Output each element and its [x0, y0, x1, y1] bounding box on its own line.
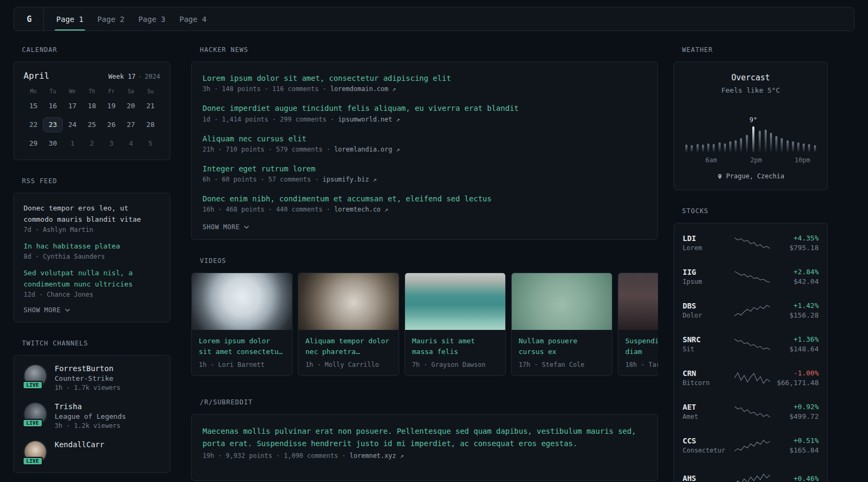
rss-show-more-button[interactable]: SHOW MORE: [24, 306, 160, 314]
video-card[interactable]: Mauris sit amet massa felis 7h · Grayson…: [405, 273, 506, 376]
video-thumbnail[interactable]: [618, 273, 658, 330]
weather-bar: [763, 130, 768, 152]
weather-bar: 9°: [750, 116, 757, 152]
stock-change: +0.51%: [773, 436, 819, 445]
stock-row[interactable]: SNRC Sit +1.36% $148.64: [683, 327, 819, 361]
calendar-widget: CALENDAR April Week 17·2024 MoTuWeThFrSa…: [13, 46, 170, 160]
dashboard: CALENDAR April Week 17·2024 MoTuWeThFrSa…: [0, 31, 868, 482]
stock-row[interactable]: IIG Ipsum +2.84% $42.04: [683, 260, 819, 293]
video-card[interactable]: Nullam posuere cursus ex 17h · Stefan Co…: [511, 273, 612, 376]
rss-item-title[interactable]: Donec tempor eros leo, ut commodo mauris…: [24, 202, 160, 225]
video-title[interactable]: Mauris sit amet massa felis: [412, 336, 498, 357]
rss-item-title[interactable]: In hac habitasse platea: [24, 240, 160, 252]
video-thumbnail[interactable]: [512, 273, 612, 330]
video-card[interactable]: Suspendisse diam 18h · Tara: [618, 273, 658, 376]
video-title[interactable]: Lorem ipsum dolor sit amet consectetu…: [199, 336, 285, 357]
video-card[interactable]: Lorem ipsum dolor sit amet consectetu… 1…: [191, 273, 293, 376]
story-domain-link[interactable]: loremdomain.com ↗: [330, 85, 396, 93]
stock-row[interactable]: LDI Lorem +4.35% $795.18: [683, 226, 819, 260]
page-tabs: Page 1 Page 2 Page 3 Page 4: [49, 7, 213, 31]
stock-values: -1.00% $66,171.48: [773, 369, 819, 387]
story-title[interactable]: Donec imperdiet augue tincidunt felis al…: [203, 103, 647, 114]
story-stats: 6h · 60 points · 57 comments ·: [203, 176, 323, 183]
app-logo[interactable]: G: [27, 7, 44, 31]
post-stats: 19h · 9,932 points · 1,090 comments ·: [203, 452, 350, 460]
post-title[interactable]: Maecenas mollis pulvinar erat non posuer…: [203, 425, 647, 449]
calendar-day-header: Sa: [121, 88, 140, 94]
video-title[interactable]: Aliquam tempor dolor nec pharetra…: [305, 336, 392, 357]
external-link-icon: ↗: [396, 146, 400, 153]
video-thumbnail[interactable]: [405, 273, 505, 330]
story-title[interactable]: Donec enim nibh, condimentum et accumsan…: [203, 193, 647, 204]
hn-story: Aliquam nec cursus elit 21h · 710 points…: [203, 133, 647, 153]
avatar: LIVE: [24, 402, 47, 426]
stock-row[interactable]: AHS +0.46%: [683, 462, 819, 482]
video-card[interactable]: Aliquam tempor dolor nec pharetra… 1h · …: [298, 273, 399, 376]
stock-name: Ipsum: [683, 278, 732, 285]
page-tab[interactable]: Page 2: [91, 7, 132, 31]
story-domain: loremlandia.org: [334, 146, 392, 153]
video-meta: 1h · Lori Barnett: [199, 361, 285, 368]
weather-bar: [779, 138, 784, 152]
weather-card: Overcast Feels like 5°C 9° 6am2pm10pm Pr…: [674, 62, 828, 190]
stock-price: $156.28: [773, 311, 819, 319]
calendar-day: 23: [43, 117, 62, 132]
rss-item-title[interactable]: Sed volutpat nulla nisl, a condimentum n…: [24, 267, 160, 290]
sparkline-chart: [733, 439, 772, 453]
stock-id: AET Amet: [683, 403, 732, 420]
page-tab[interactable]: Page 3: [131, 7, 173, 31]
stock-values: +0.46%: [773, 475, 819, 482]
stock-id: CRN Bitcorn: [683, 369, 732, 387]
twitch-channel[interactable]: LIVE ForrestBurton Counter-Strike 1h · 1…: [24, 364, 160, 391]
video-thumbnail[interactable]: [192, 273, 292, 330]
video-thumbnail[interactable]: [298, 273, 399, 330]
stock-sparkline: [732, 405, 773, 419]
story-domain-link[interactable]: ipsumworld.net ↗: [338, 116, 400, 123]
page-tab[interactable]: Page 1: [49, 7, 91, 31]
videos-widget: VIDEOS Lorem ipsum dolor sit amet consec…: [191, 257, 658, 376]
stock-name: Sit: [683, 345, 732, 353]
stock-values: +2.84% $42.04: [773, 268, 819, 285]
hackernews-show-more-button[interactable]: SHOW MORE: [203, 223, 647, 231]
stock-ticker: IIG: [683, 268, 732, 276]
stock-sparkline: [732, 337, 773, 351]
sparkline-chart: [733, 472, 772, 482]
stock-values: +1.42% $156.28: [773, 302, 819, 319]
video-meta: 18h · Tara: [625, 361, 658, 368]
story-domain: loremtech.co: [334, 206, 381, 213]
story-domain-link[interactable]: ipsumify.biz ↗: [323, 176, 377, 183]
weather-chart: 9°: [683, 103, 819, 152]
video-title[interactable]: Nullam posuere cursus ex: [519, 336, 605, 357]
stock-id: IIG Ipsum: [683, 268, 732, 285]
story-meta: 6h · 60 points · 57 comments · ipsumify.…: [203, 176, 647, 183]
calendar-day: 1: [63, 136, 82, 151]
page-tab[interactable]: Page 4: [173, 7, 214, 31]
subreddit-card: Maecenas mollis pulvinar erat non posuer…: [191, 414, 658, 481]
story-title[interactable]: Aliquam nec cursus elit: [203, 133, 647, 144]
twitch-channel[interactable]: LIVE Trisha League of Legends 3h · 1.2k …: [24, 402, 160, 430]
twitch-channel[interactable]: LIVE KendallCarr: [24, 440, 160, 464]
story-title[interactable]: Integer eget rutrum lorem: [203, 163, 647, 174]
stock-change: +0.46%: [773, 475, 819, 482]
weather-location-text: Prague, Czechia: [726, 172, 784, 180]
stock-row[interactable]: AET Amet +0.92% $499.72: [683, 395, 819, 428]
weather-bar: [806, 144, 812, 152]
calendar-day-header: Su: [141, 88, 160, 94]
stock-row[interactable]: DBS Dolor +1.42% $156.28: [683, 293, 819, 327]
hn-story: Donec imperdiet augue tincidunt felis al…: [203, 103, 647, 123]
story-domain: loremdomain.com: [330, 85, 388, 93]
calendar-day: 19: [102, 99, 121, 114]
channel-name: Trisha: [55, 402, 126, 411]
post-domain-link[interactable]: loremnet.xyz ↗: [350, 452, 404, 460]
calendar-day: 17: [63, 99, 82, 114]
channel-game: Counter-Strike: [55, 374, 121, 382]
stock-id: DBS Dolor: [683, 302, 732, 319]
chevron-down-icon: [244, 225, 249, 229]
story-domain-link[interactable]: loremtech.co ↗: [334, 206, 388, 213]
weather-bar: [689, 145, 694, 152]
story-domain-link[interactable]: loremlandia.org ↗: [334, 146, 400, 153]
stock-row[interactable]: CRN Bitcorn -1.00% $66,171.48: [683, 361, 819, 395]
story-title[interactable]: Lorem ipsum dolor sit amet, consectetur …: [203, 73, 647, 84]
video-title[interactable]: Suspendisse diam: [625, 336, 658, 357]
stock-row[interactable]: CCS Consectetur +0.51% $165.84: [683, 428, 819, 462]
